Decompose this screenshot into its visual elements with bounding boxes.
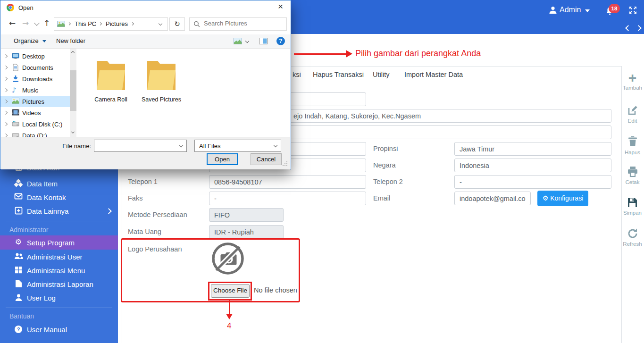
help-icon[interactable]: ? bbox=[276, 37, 285, 45]
search-input[interactable] bbox=[203, 19, 285, 27]
tree-item-data-d[interactable]: Data (D:) bbox=[0, 130, 70, 137]
hapus-button[interactable]: Hapus bbox=[621, 135, 644, 155]
search-box[interactable] bbox=[189, 17, 287, 31]
fullscreen-icon[interactable] bbox=[628, 6, 637, 17]
expand-chevron-icon[interactable] bbox=[4, 111, 8, 115]
tree-item-local-disk-c[interactable]: Local Disk (C:) bbox=[0, 118, 70, 130]
tab-hapus-transaksi[interactable]: Hapus Transaksi bbox=[313, 71, 364, 78]
tree-item-pictures-selected[interactable]: Pictures bbox=[0, 96, 70, 107]
submenu-chevron-icon bbox=[106, 208, 112, 214]
tree-item-music[interactable]: ♪ Music bbox=[0, 84, 70, 96]
tab-partial[interactable]: ksi bbox=[293, 71, 301, 78]
panel-divider bbox=[79, 49, 79, 137]
sidebar-item-data-lainnya[interactable]: Data Lainnya bbox=[0, 204, 118, 218]
expand-chevron-icon[interactable] bbox=[4, 66, 8, 69]
expand-chevron-icon[interactable] bbox=[4, 100, 8, 103]
cancel-button[interactable]: Cancel bbox=[251, 153, 282, 165]
folder-saved-pictures[interactable] bbox=[146, 57, 177, 95]
users-icon bbox=[14, 252, 23, 261]
sidebar-item-user-log[interactable]: User Log bbox=[0, 291, 118, 305]
faks-field[interactable] bbox=[209, 192, 366, 205]
tab-utility[interactable]: Utility bbox=[373, 71, 389, 78]
breadcrumb-this-pc[interactable]: This PC bbox=[75, 20, 96, 27]
sidebar-item-administrasi-menu[interactable]: Administrasi Menu bbox=[0, 264, 118, 277]
notification-badge[interactable]: 18 bbox=[609, 4, 620, 13]
address-dropdown-icon[interactable] bbox=[159, 22, 162, 25]
sidebar-item-setup-program[interactable]: ⚙ Setup Program bbox=[0, 235, 118, 250]
breadcrumb[interactable]: This PC Pictures bbox=[54, 17, 168, 31]
combo-chevron-icon[interactable] bbox=[179, 143, 183, 147]
negara-label: Negara bbox=[373, 161, 396, 169]
sidebar-section-administrator: Administrator bbox=[9, 226, 48, 234]
user-caret-icon[interactable] bbox=[585, 9, 590, 12]
sidebar-item-user-manual[interactable]: ? User Manual bbox=[0, 323, 118, 336]
cetak-button[interactable]: Cetak bbox=[621, 166, 644, 185]
breadcrumb-chevron-icon bbox=[67, 22, 71, 25]
tambah-button[interactable]: + Tambah bbox=[621, 71, 644, 91]
user-menu[interactable]: Admin bbox=[560, 6, 581, 14]
sidebar-item-administrasi-laporan[interactable]: Administrasi Laporan bbox=[0, 277, 118, 291]
annotation-arrow-head bbox=[346, 50, 352, 58]
tree-item-documents[interactable]: Documents bbox=[0, 62, 70, 73]
organize-menu[interactable]: Organize bbox=[14, 37, 46, 44]
refresh-button[interactable]: Refresh bbox=[621, 228, 644, 247]
scroll-up-icon[interactable] bbox=[71, 51, 75, 54]
sidebar-divider bbox=[6, 221, 112, 221]
telepon2-field[interactable] bbox=[454, 175, 611, 189]
file-type-select[interactable]: All Files bbox=[194, 140, 281, 152]
mata-uang-label: Mata Uang bbox=[128, 228, 161, 235]
folder-icon bbox=[95, 57, 126, 94]
tree-item-videos[interactable]: Videos bbox=[0, 107, 70, 118]
folder-camera-roll-label[interactable]: Camera Roll bbox=[84, 96, 138, 103]
forward-arrow-icon[interactable]: → bbox=[22, 18, 29, 28]
open-button[interactable]: Open bbox=[207, 153, 238, 165]
file-name-input[interactable] bbox=[96, 141, 177, 149]
local-disk-icon bbox=[12, 120, 19, 128]
person-icon bbox=[14, 293, 23, 302]
data-disk-icon bbox=[12, 132, 19, 137]
sidebar-item-data-kontak[interactable]: Data Kontak bbox=[0, 191, 118, 204]
svg-text:?: ? bbox=[17, 326, 20, 332]
refresh-address-icon[interactable]: ↻ bbox=[169, 17, 185, 31]
scrollbar-thumb[interactable] bbox=[70, 70, 76, 111]
back-arrow-icon[interactable]: ← bbox=[9, 18, 16, 28]
telepon1-field[interactable] bbox=[209, 175, 366, 189]
sidebar-item-administrasi-user[interactable]: Administrasi User bbox=[0, 250, 118, 264]
documents-icon bbox=[12, 64, 19, 71]
konfigurasi-button[interactable]: ⚙ Konfigurasi bbox=[537, 191, 588, 206]
preview-pane-icon[interactable] bbox=[259, 37, 268, 46]
tree-item-downloads[interactable]: Downloads bbox=[0, 73, 70, 84]
file-name-combo[interactable] bbox=[94, 140, 187, 152]
edit-button[interactable]: Edit bbox=[621, 105, 644, 124]
simpan-button[interactable]: Simpan bbox=[621, 197, 644, 216]
view-thumbnails-icon[interactable] bbox=[234, 37, 242, 46]
tab-import-master-data[interactable]: Import Master Data bbox=[404, 71, 463, 78]
expand-chevron-icon[interactable] bbox=[4, 77, 8, 81]
sidebar-item-data-item[interactable]: Data Item bbox=[0, 177, 118, 191]
annotation-pick-image-text: Pilih gambar dari perangkat Anda bbox=[355, 49, 481, 59]
tree-item-desktop[interactable]: Desktop bbox=[0, 50, 70, 62]
propinsi-field[interactable] bbox=[454, 142, 611, 156]
expand-chevron-icon[interactable] bbox=[4, 54, 8, 58]
dialog-title: Open bbox=[18, 4, 33, 11]
recent-locations-icon[interactable] bbox=[34, 20, 39, 25]
email-field[interactable] bbox=[454, 192, 531, 205]
file-open-dialog: Open × ← → ↑ This PC Pictures ↻ O bbox=[0, 0, 291, 169]
expand-chevron-icon[interactable] bbox=[4, 88, 8, 92]
breadcrumb-pictures[interactable]: Pictures bbox=[106, 20, 128, 27]
resize-grip[interactable] bbox=[286, 165, 287, 166]
gear-icon: ⚙ bbox=[14, 237, 23, 246]
up-arrow-icon[interactable]: ↑ bbox=[43, 18, 50, 28]
file-name-label: File name: bbox=[62, 142, 91, 150]
tree-scrollbar[interactable] bbox=[70, 49, 76, 137]
scroll-down-icon[interactable] bbox=[71, 130, 75, 134]
new-folder-button[interactable]: New folder bbox=[56, 37, 85, 44]
expand-chevron-icon[interactable] bbox=[4, 134, 8, 137]
breadcrumb-chevron-icon bbox=[99, 22, 102, 25]
expand-chevron-icon[interactable] bbox=[4, 122, 8, 126]
folder-camera-roll[interactable] bbox=[95, 57, 126, 95]
negara-field[interactable] bbox=[454, 159, 611, 172]
trash-icon bbox=[621, 135, 644, 150]
close-icon[interactable]: × bbox=[278, 1, 283, 12]
folder-saved-pictures-label[interactable]: Saved Pictures bbox=[134, 96, 189, 103]
